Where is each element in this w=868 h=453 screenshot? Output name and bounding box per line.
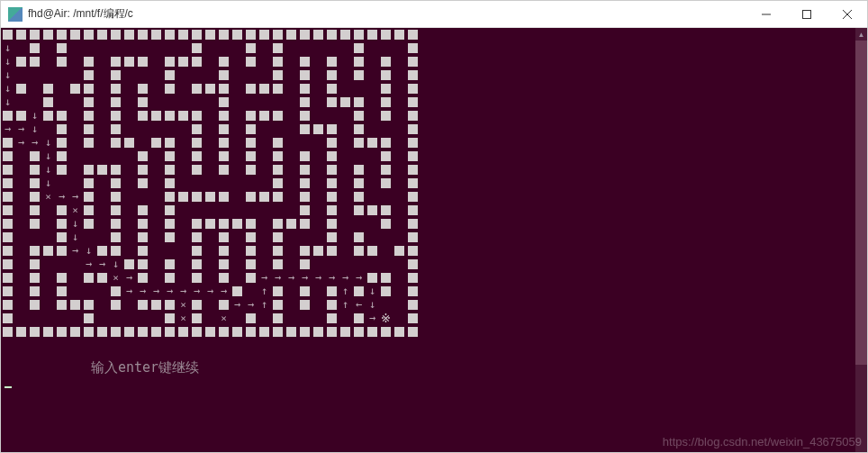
empty-cell xyxy=(14,163,28,177)
wall-cell xyxy=(190,109,203,122)
maximize-button[interactable] xyxy=(786,1,827,27)
empty-cell xyxy=(231,109,244,122)
empty-cell xyxy=(379,298,393,312)
wall-cell xyxy=(352,68,366,82)
empty-cell xyxy=(366,163,379,177)
empty-cell xyxy=(122,122,136,136)
path-arrow: ↑ xyxy=(258,285,271,298)
wall-cell xyxy=(163,298,176,312)
wall-cell xyxy=(217,55,231,68)
wall-cell xyxy=(163,109,176,122)
empty-cell xyxy=(231,122,244,136)
wall-cell xyxy=(14,28,28,41)
minimize-button[interactable] xyxy=(746,1,786,27)
empty-cell xyxy=(68,109,82,122)
terminal-area[interactable]: ↓↓↓↓↓↓→→↓→→↓↓↓↓×→→×↓↓→↓→→↓×→→→→→→→→→→→→→… xyxy=(1,28,867,452)
wall-cell xyxy=(325,28,339,41)
empty-cell xyxy=(393,177,406,190)
empty-cell xyxy=(109,149,122,163)
path-arrow: → xyxy=(285,271,298,285)
maze-grid: ↓↓↓↓↓↓→→↓→→↓↓↓↓×→→×↓↓→↓→→↓×→→→→→→→→→→→→→… xyxy=(1,28,855,339)
wall-cell xyxy=(82,109,95,122)
empty-cell xyxy=(95,82,109,95)
empty-cell xyxy=(312,285,325,298)
empty-cell xyxy=(366,82,379,95)
empty-cell xyxy=(190,95,203,109)
empty-cell xyxy=(379,41,393,55)
empty-cell xyxy=(366,122,379,136)
wall-cell xyxy=(217,82,231,95)
wall-cell xyxy=(244,82,258,95)
wall-cell xyxy=(325,149,339,163)
close-button[interactable] xyxy=(827,1,867,27)
empty-cell xyxy=(14,41,28,55)
wall-cell xyxy=(109,204,122,217)
empty-cell xyxy=(285,95,298,109)
empty-cell xyxy=(393,231,406,244)
empty-cell xyxy=(298,136,312,149)
empty-cell xyxy=(14,271,28,285)
empty-cell xyxy=(190,204,203,217)
wall-cell xyxy=(298,325,312,339)
wall-cell xyxy=(366,136,379,149)
wall-cell xyxy=(1,149,14,163)
wall-cell xyxy=(190,258,203,271)
wall-cell xyxy=(109,109,122,122)
wall-cell xyxy=(82,190,95,204)
wall-cell xyxy=(55,271,68,285)
wall-cell xyxy=(190,149,203,163)
empty-cell xyxy=(312,298,325,312)
wall-cell xyxy=(271,55,285,68)
empty-cell xyxy=(352,82,366,95)
titlebar[interactable]: fhd@Air: /mnt/f/编程/c xyxy=(1,1,867,28)
path-arrow: → xyxy=(203,285,217,298)
empty-cell xyxy=(231,136,244,149)
wall-cell xyxy=(325,244,339,258)
path-arrow: ↑ xyxy=(339,285,352,298)
empty-cell xyxy=(379,122,393,136)
wall-cell xyxy=(109,136,122,149)
empty-cell xyxy=(379,258,393,271)
scrollbar[interactable]: ▲ xyxy=(855,28,867,452)
empty-cell xyxy=(149,41,163,55)
wall-cell xyxy=(55,285,68,298)
scroll-thumb[interactable] xyxy=(855,41,867,365)
empty-cell xyxy=(285,244,298,258)
wall-cell xyxy=(271,136,285,149)
empty-cell xyxy=(55,312,68,325)
path-arrow: → xyxy=(190,285,203,298)
empty-cell xyxy=(366,258,379,271)
visited-mark: × xyxy=(109,271,122,285)
empty-cell xyxy=(285,136,298,149)
empty-cell xyxy=(285,285,298,298)
empty-cell xyxy=(190,68,203,82)
empty-cell xyxy=(68,285,82,298)
wall-cell xyxy=(41,82,55,95)
empty-cell xyxy=(285,122,298,136)
empty-cell xyxy=(68,149,82,163)
empty-cell xyxy=(366,190,379,204)
wall-cell xyxy=(82,122,95,136)
wall-cell xyxy=(136,163,149,177)
empty-cell xyxy=(68,122,82,136)
empty-cell xyxy=(68,271,82,285)
empty-cell xyxy=(176,41,190,55)
empty-cell xyxy=(95,177,109,190)
wall-cell xyxy=(379,285,393,298)
empty-cell xyxy=(339,258,352,271)
wall-cell xyxy=(352,285,366,298)
empty-cell xyxy=(28,68,41,82)
path-arrow: → xyxy=(55,190,68,204)
scroll-up-arrow[interactable]: ▲ xyxy=(855,28,867,41)
wall-cell xyxy=(136,149,149,163)
empty-cell xyxy=(41,298,55,312)
wall-cell xyxy=(352,122,366,136)
wall-cell xyxy=(352,190,366,204)
empty-cell xyxy=(339,55,352,68)
wall-cell xyxy=(406,190,420,204)
wall-cell xyxy=(82,325,95,339)
wall-cell xyxy=(203,325,217,339)
empty-cell xyxy=(393,163,406,177)
wall-cell xyxy=(136,325,149,339)
empty-cell xyxy=(231,231,244,244)
